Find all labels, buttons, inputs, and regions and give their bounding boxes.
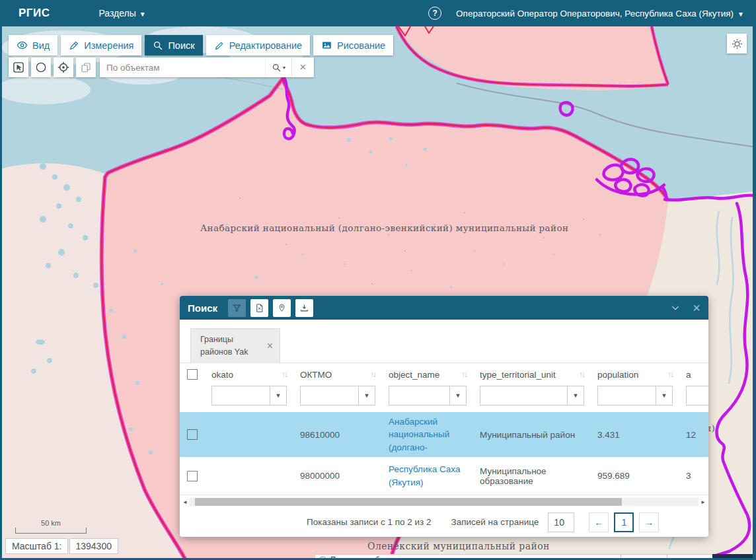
search-results-panel: Поиск × Границы районов Yak [180, 296, 708, 537]
scale-control: Масштаб 1: [5, 538, 118, 554]
map-settings-button[interactable] [727, 34, 747, 53]
pagination: ← 1 → [589, 512, 659, 532]
horizontal-scrollbar[interactable]: ◄ ► [180, 497, 708, 507]
row-checkbox[interactable] [187, 471, 198, 481]
eye-icon [17, 40, 28, 51]
map-viewport[interactable]: Анабарский национальный (долгано-эвенкий… [0, 26, 756, 560]
column-header-oktmo: ОКТМО [300, 370, 332, 380]
records-shown-text: Показаны записи с 1 по 2 из 2 [307, 517, 432, 527]
user-name: Операторский Оператор Операторович, Респ… [456, 9, 734, 18]
sort-icon[interactable]: ↑↓ [461, 370, 467, 379]
scroll-left-arrow[interactable]: ◄ [180, 499, 190, 505]
tab-search[interactable]: Поиск [145, 35, 202, 55]
row-checkbox[interactable] [187, 429, 198, 440]
page-number-button[interactable]: 1 [614, 512, 634, 532]
chevron-down-icon[interactable]: ▼ [358, 386, 375, 405]
scale-input[interactable] [69, 538, 118, 554]
download-button[interactable] [295, 299, 313, 317]
filter-toggle-button[interactable] [228, 299, 246, 317]
top-bar: РГИС Разделы ▼ ? Операторский Оператор О… [0, 0, 756, 26]
pencil-icon [214, 40, 225, 51]
sections-menu-label: Разделы [98, 8, 135, 18]
tab-view[interactable]: Вид [9, 35, 57, 55]
locate-target-button[interactable] [54, 57, 73, 77]
object-search-group: ▾ × [100, 57, 314, 77]
per-page-label: Записей на странице [451, 517, 539, 527]
map-region-label-anabar: Анабарский национальный (долгано-эвенкий… [200, 223, 504, 233]
download-icon [299, 303, 309, 313]
help-icon[interactable]: ? [428, 7, 441, 20]
topbar-right: ? Операторский Оператор Операторович, Ре… [428, 7, 744, 20]
target-icon [57, 61, 70, 74]
sections-menu[interactable]: Разделы ▼ [98, 8, 145, 18]
cell-type: Муниципальный район [473, 430, 591, 440]
filter-input-okato[interactable] [211, 386, 270, 405]
search-mode-button[interactable]: ▾ [265, 57, 291, 77]
scrollbar-thumb[interactable] [195, 498, 623, 506]
chevron-down-icon[interactable]: ▼ [270, 386, 287, 405]
clipped-bottom-text: Поиск мун. объекта на карте [330, 555, 432, 558]
chevron-down-icon[interactable]: ▼ [567, 386, 584, 405]
filter-input-area[interactable] [686, 386, 708, 405]
tab-measure-label: Измерения [84, 40, 133, 51]
scale-bar-bracket [15, 528, 87, 534]
prev-page-button[interactable]: ← [589, 512, 609, 532]
sort-icon[interactable]: ↑↓ [667, 370, 673, 379]
chevron-down-icon: ▾ [283, 65, 285, 71]
table-row[interactable]: 98000000 Республика Саха (Якутия) Муници… [180, 457, 708, 495]
close-icon[interactable]: × [264, 340, 273, 352]
close-panel-button[interactable]: × [693, 301, 700, 314]
funnel-icon [232, 303, 242, 313]
layer-tab-borders[interactable]: Границы районов Yak × [190, 328, 280, 363]
sort-icon[interactable]: ↑↓ [282, 370, 287, 379]
user-menu[interactable]: Операторский Оператор Операторович, Респ… [456, 9, 744, 18]
image-icon [321, 40, 332, 51]
minimize-panel-button[interactable] [670, 302, 681, 313]
search-icon [153, 40, 163, 51]
search-icon [272, 63, 282, 73]
tab-draw[interactable]: Рисование [313, 35, 393, 55]
panel-window-controls: × [670, 301, 700, 314]
tab-edit-label: Редактирование [229, 40, 302, 51]
cell-oktmo: 98610000 [293, 430, 382, 440]
layer-tabs: Границы районов Yak × [180, 320, 708, 363]
app-logo[interactable]: РГИС [19, 7, 50, 20]
cell-type: Муниципальное образование [473, 466, 591, 486]
object-name-link[interactable]: Анабарский национальный (долгано- [389, 417, 449, 452]
sort-icon[interactable]: ↑↓ [370, 370, 375, 379]
tab-measure[interactable]: Измерения [61, 35, 141, 55]
map-region-label-olenyok: Оленёкский муниципальный район [367, 541, 550, 551]
object-search-input[interactable] [100, 57, 265, 77]
circle-select-button[interactable] [31, 57, 51, 77]
scale-label: Масштаб 1: [5, 538, 68, 554]
tab-edit[interactable]: Редактирование [206, 35, 310, 55]
search-clear-button[interactable]: × [291, 57, 314, 77]
next-page-button[interactable]: → [639, 512, 659, 532]
location-pin-icon [277, 303, 287, 313]
filter-input-population[interactable] [597, 386, 656, 405]
filter-input-oktmo[interactable] [300, 386, 358, 405]
select-all-checkbox[interactable] [187, 369, 198, 380]
chevron-down-icon[interactable]: ▼ [656, 386, 673, 405]
select-cursor-button[interactable] [9, 57, 28, 77]
panel-header[interactable]: Поиск × [180, 296, 708, 320]
cell-area: 12 [679, 430, 708, 440]
export-excel-button[interactable] [250, 299, 268, 317]
table-row[interactable]: 98610000 Анабарский национальный (долган… [180, 412, 708, 457]
filter-input-type[interactable] [480, 386, 567, 405]
sort-icon[interactable]: ↑↓ [579, 370, 584, 379]
panel-title: Поиск [188, 302, 217, 314]
measure-pen-icon [69, 40, 79, 51]
divider [667, 555, 667, 558]
show-on-map-button[interactable] [273, 299, 291, 317]
scrollbar-track[interactable] [190, 498, 699, 506]
scroll-right-arrow[interactable]: ► [699, 499, 708, 505]
chevron-down-icon: ▼ [139, 11, 146, 18]
chevron-down-icon[interactable]: ▼ [449, 386, 467, 405]
copy-selection-button[interactable] [76, 57, 96, 77]
filter-input-object-name[interactable] [389, 386, 449, 405]
mode-toolbar: Вид Измерения Поиск Редактирование Рисов… [9, 35, 393, 55]
per-page-input[interactable] [548, 512, 574, 532]
object-name-link[interactable]: Республика Саха (Якутия) [389, 464, 460, 487]
scale-bar: 50 km [15, 519, 87, 534]
